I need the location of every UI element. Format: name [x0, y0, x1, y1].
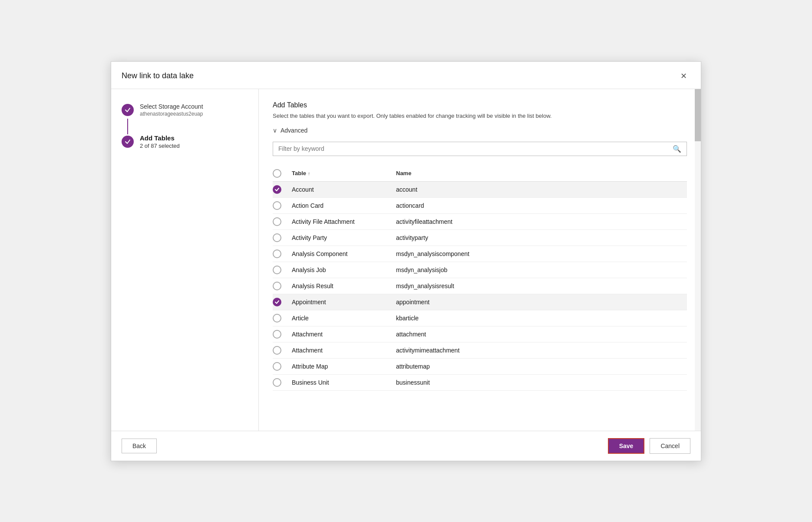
radio-button[interactable] — [273, 217, 281, 226]
table-row: Activity Partyactivityparty — [273, 230, 687, 246]
back-button[interactable]: Back — [122, 439, 157, 453]
section-title: Add Tables — [273, 101, 687, 109]
radio-button[interactable] — [273, 362, 281, 371]
dialog-body: Select Storage Account athenastorageeast… — [111, 89, 701, 431]
row-entity-name: account — [396, 186, 417, 193]
row-checkbox-cell — [273, 282, 292, 290]
table-row: Business Unitbusinessunit — [273, 375, 687, 391]
row-table-name: Action Card — [292, 202, 396, 209]
row-checkbox-cell — [273, 249, 292, 258]
step2-title: Add Tables — [140, 134, 180, 142]
row-entity-name: activityparty — [396, 234, 428, 241]
row-checkbox-cell — [273, 201, 292, 210]
radio-button[interactable] — [273, 266, 281, 274]
cancel-button[interactable]: Cancel — [650, 438, 690, 454]
table-rows: AccountaccountAction CardactioncardActiv… — [273, 182, 687, 391]
radio-button[interactable] — [273, 346, 281, 355]
radio-button[interactable] — [273, 249, 281, 258]
row-entity-name: msdyn_analysisresult — [396, 283, 454, 289]
scrollbar-track[interactable] — [695, 89, 701, 431]
step-connector — [127, 119, 128, 134]
radio-button[interactable] — [273, 282, 281, 290]
step2-icon — [122, 136, 134, 148]
main-content: Add Tables Select the tables that you wa… — [259, 89, 701, 431]
row-entity-name: activityfileattachment — [396, 218, 452, 225]
col-table-header[interactable]: Table ↑ — [292, 170, 396, 176]
sidebar: Select Storage Account athenastorageeast… — [111, 89, 259, 431]
radio-button[interactable] — [273, 201, 281, 210]
step1-subtitle: athenastorageeastus2euap — [140, 111, 203, 117]
step1-content: Select Storage Account athenastorageeast… — [140, 103, 203, 117]
row-table-name: Activity File Attachment — [292, 218, 396, 225]
row-checkbox-cell — [273, 233, 292, 242]
search-icon: 🔍 — [673, 145, 681, 153]
row-entity-name: attributemap — [396, 363, 430, 370]
radio-button[interactable] — [273, 233, 281, 242]
step-2: Add Tables 2 of 87 selected — [122, 134, 248, 151]
row-table-name: Appointment — [292, 299, 396, 306]
table-header: Table ↑ Name — [273, 166, 687, 182]
col-name-header: Name — [396, 170, 411, 176]
table-row: Attachmentattachment — [273, 326, 687, 342]
row-checkbox-cell — [273, 378, 292, 387]
row-checkbox-cell — [273, 185, 292, 194]
row-entity-name: appointment — [396, 299, 429, 306]
row-table-name: Attribute Map — [292, 363, 396, 370]
table-row: Activity File Attachmentactivityfileatta… — [273, 214, 687, 230]
row-entity-name: attachment — [396, 331, 426, 338]
filter-bar: 🔍 — [273, 142, 687, 156]
table-row: Attachmentactivitymimeattachment — [273, 342, 687, 359]
step1-title: Select Storage Account — [140, 103, 203, 110]
radio-button[interactable] — [273, 330, 281, 339]
chevron-down-icon: ∨ — [273, 127, 277, 134]
row-table-name: Article — [292, 315, 396, 322]
advanced-label: Advanced — [281, 127, 307, 134]
advanced-toggle[interactable]: ∨ Advanced — [273, 127, 687, 134]
save-button[interactable]: Save — [608, 438, 645, 454]
step2-subtitle: 2 of 87 selected — [140, 143, 180, 149]
table-row: Attribute Mapattributemap — [273, 359, 687, 375]
row-table-name: Attachment — [292, 347, 396, 354]
scrollbar-thumb[interactable] — [695, 89, 701, 141]
table-row: Appointmentappointment — [273, 294, 687, 310]
row-table-name: Activity Party — [292, 234, 396, 241]
table-row: Analysis Jobmsdyn_analysisjob — [273, 262, 687, 278]
row-checkbox-cell — [273, 314, 292, 323]
row-entity-name: activitymimeattachment — [396, 347, 459, 354]
radio-button[interactable] — [273, 378, 281, 387]
radio-checked-icon[interactable] — [273, 185, 281, 194]
step1-icon — [122, 104, 134, 116]
section-desc: Select the tables that you want to expor… — [273, 113, 687, 119]
row-entity-name: msdyn_analysiscomponent — [396, 250, 469, 257]
row-entity-name: kbarticle — [396, 315, 419, 322]
row-table-name: Attachment — [292, 331, 396, 338]
row-table-name: Account — [292, 186, 396, 193]
close-button[interactable]: ✕ — [677, 70, 690, 83]
table-row: Accountaccount — [273, 182, 687, 198]
step-1: Select Storage Account athenastorageeast… — [122, 103, 248, 134]
row-table-name: Analysis Component — [292, 250, 396, 257]
row-checkbox-cell — [273, 217, 292, 226]
row-table-name: Business Unit — [292, 379, 396, 386]
row-checkbox-cell — [273, 330, 292, 339]
row-checkbox-cell — [273, 266, 292, 274]
header-checkbox-cell — [273, 169, 292, 178]
footer-right: Save Cancel — [608, 438, 690, 454]
row-entity-name: msdyn_analysisjob — [396, 266, 447, 273]
dialog: New link to data lake ✕ Select Storage A… — [111, 61, 701, 461]
row-checkbox-cell — [273, 362, 292, 371]
row-checkbox-cell — [273, 346, 292, 355]
table-row: Articlekbarticle — [273, 310, 687, 326]
table-row: Analysis Componentmsdyn_analysiscomponen… — [273, 246, 687, 262]
radio-button[interactable] — [273, 314, 281, 323]
row-table-name: Analysis Job — [292, 266, 396, 273]
step2-content: Add Tables 2 of 87 selected — [140, 134, 180, 149]
row-entity-name: actioncard — [396, 202, 424, 209]
select-all-radio[interactable] — [273, 169, 281, 178]
filter-input[interactable] — [278, 145, 673, 152]
radio-checked-icon[interactable] — [273, 298, 281, 306]
row-entity-name: businessunit — [396, 379, 430, 386]
dialog-header: New link to data lake ✕ — [111, 62, 701, 89]
dialog-footer: Back Save Cancel — [111, 431, 701, 461]
table-row: Action Cardactioncard — [273, 198, 687, 214]
